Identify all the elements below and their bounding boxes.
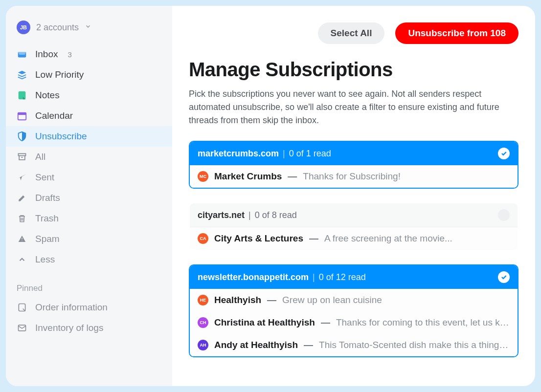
dash: — <box>304 340 313 350</box>
select-all-button[interactable]: Select All <box>318 22 385 44</box>
sidebar-item-label: Less <box>35 254 55 265</box>
dash: — <box>288 171 297 182</box>
sidebar-item-label: Drafts <box>35 193 60 203</box>
sidebar-item-label: All <box>35 152 45 162</box>
avatar: JB <box>17 21 30 34</box>
subscription-group-body: MCMarket Crumbs—Thanks for Subscribing! <box>190 165 518 188</box>
sidebar-item-trash[interactable]: Trash <box>6 208 172 229</box>
sidebar-item-less[interactable]: Less <box>6 249 172 270</box>
subscription-list: marketcrumbs.com|0 of 1 readMCMarket Cru… <box>189 141 518 371</box>
sidebar-item-notes[interactable]: Notes <box>6 85 172 106</box>
sidebar-item-drafts[interactable]: Drafts <box>6 188 172 208</box>
email-subject: Thanks for coming to this event, let us … <box>336 317 510 328</box>
page-description: Pick the subscriptions you never want to… <box>189 87 518 127</box>
sender-name: Market Crumbs <box>214 171 282 182</box>
subscription-group-header[interactable]: marketcrumbs.com|0 of 1 read <box>190 142 518 165</box>
account-label: 2 accounts <box>36 22 79 33</box>
subscription-domain: newsletter.bonappetit.com <box>198 272 309 283</box>
subscription-meta: 0 of 1 read <box>289 149 331 159</box>
email-subject: Grew up on lean cuisine <box>282 295 382 305</box>
sidebar-item-sent[interactable]: Sent <box>6 167 172 188</box>
account-switcher[interactable]: JB 2 accounts <box>6 21 172 44</box>
main-content: Select All Unsubscribe from 108 Manage S… <box>172 6 535 386</box>
check-circle-icon[interactable] <box>498 271 510 283</box>
svg-rect-0 <box>19 91 26 100</box>
sidebar-item-label: Unsubscribe <box>35 131 87 142</box>
subscription-row[interactable]: CHChristina at Healthyish—Thanks for com… <box>190 311 518 334</box>
subscription-group[interactable]: cityarts.net|0 of 8 readCACity Arts & Le… <box>189 202 518 251</box>
dash: — <box>309 233 318 244</box>
sender-avatar: HE <box>198 295 208 305</box>
sidebar-item-badge: 3 <box>68 50 71 59</box>
shield-icon <box>17 131 27 142</box>
sent-icon <box>17 172 27 183</box>
divider: | <box>248 210 251 220</box>
dash: — <box>267 295 276 305</box>
sidebar: JB 2 accounts Inbox 3 Low Priority Notes <box>6 6 172 386</box>
envelope-icon <box>17 323 27 333</box>
subscription-row[interactable]: MCMarket Crumbs—Thanks for Subscribing! <box>190 165 518 188</box>
sidebar-item-label: Calendar <box>35 110 73 121</box>
email-subject: A free screening at the movie... <box>324 233 452 244</box>
email-subject: Thanks for Subscribing! <box>303 171 401 182</box>
sidebar-item-unsubscribe[interactable]: Unsubscribe <box>6 126 172 147</box>
sidebar-item-inbox[interactable]: Inbox 3 <box>6 44 172 65</box>
sidebar-item-label: Low Priority <box>35 69 84 80</box>
subscription-group[interactable]: marketcrumbs.com|0 of 1 readMCMarket Cru… <box>189 141 518 189</box>
subscription-group-header[interactable]: cityarts.net|0 of 8 read <box>190 203 518 227</box>
subscription-group[interactable]: newsletter.bonappetit.com|0 of 12 readHE… <box>189 264 518 357</box>
email-subject: This Tomato-Scented dish make this a thi… <box>319 340 510 350</box>
sidebar-item-label: Spam <box>35 234 60 244</box>
sender-avatar: AH <box>198 340 208 350</box>
pinned-item-inventory-logs[interactable]: Inventory of logs <box>6 318 172 338</box>
toolbar: Select All Unsubscribe from 108 <box>189 22 518 44</box>
dash: — <box>321 317 330 328</box>
chevron-down-icon <box>85 23 91 32</box>
archive-icon <box>17 152 27 162</box>
sender-avatar: MC <box>198 171 208 182</box>
svg-rect-2 <box>18 113 26 115</box>
sidebar-item-label: Trash <box>35 213 59 224</box>
sidebar-item-lowpriority[interactable]: Low Priority <box>6 65 172 85</box>
subscription-meta: 0 of 12 read <box>319 272 366 283</box>
sidebar-item-calendar[interactable]: Calendar <box>6 106 172 126</box>
subscription-group-body: CACity Arts & Lectures—A free screening … <box>190 227 518 250</box>
sidebar-item-spam[interactable]: Spam <box>6 229 172 249</box>
subscription-meta: 0 of 8 read <box>255 210 297 220</box>
pinned-heading: Pinned <box>6 270 172 297</box>
pinned-item-order-information[interactable]: Order information <box>6 297 172 318</box>
unsubscribe-button[interactable]: Unsubscribe from 108 <box>395 22 518 44</box>
note-icon <box>17 302 27 313</box>
subscription-row[interactable]: AHAndy at Healthyish—This Tomato-Scented… <box>190 334 518 356</box>
spam-icon <box>17 234 27 244</box>
sender-avatar: CH <box>198 317 208 328</box>
pinned-item-label: Order information <box>35 302 108 313</box>
page-title: Manage Subscriptions <box>189 59 518 81</box>
check-circle-icon[interactable] <box>498 209 510 221</box>
subscription-group-header[interactable]: newsletter.bonappetit.com|0 of 12 read <box>190 265 518 289</box>
subscription-domain: marketcrumbs.com <box>198 149 279 159</box>
notes-icon <box>17 90 27 101</box>
app-window: JB 2 accounts Inbox 3 Low Priority Notes <box>6 6 535 386</box>
sender-name: Healthyish <box>214 295 261 305</box>
pinned-item-label: Inventory of logs <box>35 323 103 333</box>
divider: | <box>313 272 315 283</box>
check-circle-icon[interactable] <box>498 148 510 159</box>
chevron-up-icon <box>17 254 27 265</box>
sidebar-item-label: Sent <box>35 172 54 183</box>
subscription-domain: cityarts.net <box>198 210 245 220</box>
subscription-row[interactable]: HEHealthyish—Grew up on lean cuisine <box>190 289 518 311</box>
calendar-icon <box>17 110 27 121</box>
divider: | <box>283 149 285 159</box>
sidebar-item-label: Inbox <box>35 49 58 60</box>
inbox-icon <box>17 49 27 60</box>
stack-icon <box>17 69 27 80</box>
subscription-group-body: HEHealthyish—Grew up on lean cuisineCHCh… <box>190 289 518 356</box>
sender-name: Christina at Healthyish <box>214 317 315 328</box>
trash-icon <box>17 213 27 224</box>
pencil-icon <box>17 193 27 203</box>
svg-rect-3 <box>19 153 26 155</box>
sidebar-item-all[interactable]: All <box>6 147 172 167</box>
sender-name: City Arts & Lectures <box>214 233 303 244</box>
subscription-row[interactable]: CACity Arts & Lectures—A free screening … <box>190 227 518 250</box>
